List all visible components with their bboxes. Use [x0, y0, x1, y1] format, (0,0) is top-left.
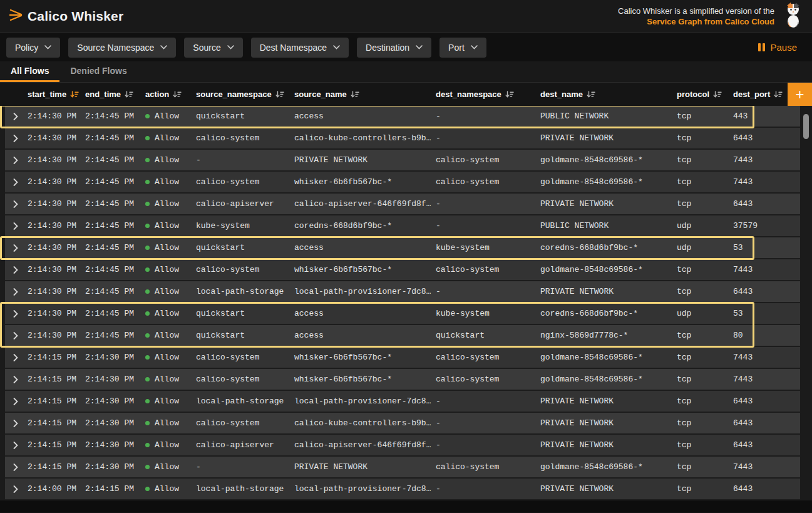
cell-protocol: udp: [672, 309, 728, 318]
cell-source_namespace: quickstart: [191, 111, 289, 121]
cell-dest_port: 7443: [728, 375, 800, 384]
expand-chevron-icon[interactable]: [5, 398, 23, 405]
filter-source-namespace[interactable]: Source Namespace: [68, 38, 176, 58]
allow-status-icon: [145, 355, 150, 360]
expand-chevron-icon[interactable]: [5, 266, 23, 274]
sort-icon[interactable]: [713, 91, 722, 98]
expand-chevron-icon[interactable]: [5, 442, 23, 449]
filter-policy[interactable]: Policy: [6, 38, 60, 58]
flow-row[interactable]: 2:14:30 PM2:14:45 PMAllowcalico-systemwh…: [5, 172, 800, 194]
add-column-button[interactable]: +: [788, 83, 812, 106]
table-body: 2:14:30 PM2:14:45 PMAllowquickstartacces…: [0, 106, 812, 500]
sort-icon[interactable]: [505, 91, 514, 98]
flow-row[interactable]: 2:14:15 PM2:14:30 PMAllow-PRIVATE NETWOR…: [5, 457, 800, 479]
cell-dest_namespace: -: [431, 133, 535, 143]
expand-chevron-icon[interactable]: [5, 113, 23, 120]
expand-chevron-icon[interactable]: [5, 288, 23, 296]
column-label: dest_name: [540, 90, 583, 99]
flow-row[interactable]: 2:14:15 PM2:14:30 PMAllowcalico-apiserve…: [5, 435, 800, 457]
cell-start_time: 2:14:30 PM: [23, 287, 80, 296]
flow-row[interactable]: 2:14:30 PM2:14:45 PMAllowquickstartacces…: [5, 237, 800, 259]
cell-start_time: 2:14:30 PM: [23, 133, 80, 143]
expand-chevron-icon[interactable]: [5, 464, 23, 471]
sort-icon[interactable]: [275, 91, 284, 98]
flow-row[interactable]: 2:14:30 PM2:14:45 PMAllowquickstartacces…: [5, 325, 800, 347]
expand-chevron-icon[interactable]: [5, 485, 23, 493]
expand-chevron-icon[interactable]: [5, 420, 23, 427]
column-header-start_time[interactable]: start_time: [23, 90, 80, 99]
column-header-source_name[interactable]: source_name: [289, 90, 431, 99]
action-label: Allow: [155, 418, 179, 428]
allow-status-icon: [145, 421, 150, 425]
expand-chevron-icon[interactable]: [5, 354, 23, 361]
flow-row[interactable]: 2:14:00 PM2:14:15 PMAllowlocal-path-stor…: [5, 479, 800, 500]
column-header-source_namespace[interactable]: source_namespace: [191, 90, 289, 99]
sort-icon[interactable]: [70, 91, 79, 98]
cell-protocol: udp: [672, 221, 728, 231]
filter-destination[interactable]: Destination: [357, 38, 431, 58]
cell-dest_port: 7443: [728, 265, 800, 274]
flow-row[interactable]: 2:14:30 PM2:14:45 PMAllow-PRIVATE NETWOR…: [5, 150, 800, 172]
column-label: dest_namespace: [436, 90, 501, 99]
flow-row[interactable]: 2:14:30 PM2:14:45 PMAllowcalico-apiserve…: [5, 194, 800, 215]
column-header-dest_name[interactable]: dest_name: [535, 90, 672, 99]
sort-icon[interactable]: [774, 91, 783, 98]
flow-row[interactable]: 2:14:30 PM2:14:45 PMAllowcalico-systemwh…: [5, 259, 800, 281]
sort-icon[interactable]: [587, 91, 595, 98]
vertical-scrollbar-thumb[interactable]: [803, 114, 809, 139]
flow-row[interactable]: 2:14:15 PM2:14:30 PMAllowcalico-systemwh…: [5, 369, 800, 391]
action-label: Allow: [155, 309, 179, 318]
cell-start_time: 2:14:30 PM: [23, 111, 80, 121]
expand-chevron-icon[interactable]: [5, 222, 23, 230]
cell-end_time: 2:14:45 PM: [80, 177, 140, 187]
cell-dest_port: 6443: [728, 418, 800, 428]
flow-row[interactable]: 2:14:15 PM2:14:30 PMAllowcalico-systemca…: [5, 413, 800, 435]
service-graph-link[interactable]: Service Graph from Calico Cloud: [618, 16, 774, 27]
cell-end_time: 2:14:30 PM: [80, 462, 140, 472]
flow-row[interactable]: 2:14:30 PM2:14:45 PMAllowlocal-path-stor…: [5, 281, 800, 303]
cell-source_name: PRIVATE NETWORK: [289, 155, 431, 165]
footer-strip: [0, 500, 812, 512]
sort-icon[interactable]: [125, 91, 133, 98]
column-header-protocol[interactable]: protocol: [672, 90, 728, 99]
cell-dest_port: 443: [728, 111, 800, 121]
tab-all-flows[interactable]: All Flows: [0, 61, 59, 82]
cell-dest_namespace: calico-system: [431, 462, 535, 472]
cell-dest_namespace: -: [431, 484, 535, 494]
flow-row[interactable]: 2:14:30 PM2:14:45 PMAllowkube-systemcore…: [5, 215, 800, 237]
cell-source_namespace: kube-system: [191, 221, 289, 231]
expand-chevron-icon[interactable]: [5, 135, 23, 142]
column-header-action[interactable]: action: [140, 90, 191, 99]
expand-chevron-icon[interactable]: [5, 376, 23, 383]
flow-row[interactable]: 2:14:30 PM2:14:45 PMAllowquickstartacces…: [5, 303, 800, 325]
flow-row[interactable]: 2:14:15 PM2:14:30 PMAllowlocal-path-stor…: [5, 391, 800, 413]
cell-source_namespace: calico-system: [191, 375, 289, 384]
flow-row[interactable]: 2:14:15 PM2:14:30 PMAllowcalico-systemwh…: [5, 347, 800, 369]
cell-source_name: calico-kube-controllers-b9b…: [289, 418, 431, 428]
expand-chevron-icon[interactable]: [5, 310, 23, 318]
filter-port[interactable]: Port: [439, 38, 486, 58]
expand-chevron-icon[interactable]: [5, 244, 23, 252]
pause-button[interactable]: Pause: [758, 42, 797, 53]
cell-dest_namespace: calico-system: [431, 353, 535, 362]
cell-action: Allow: [140, 111, 191, 121]
expand-chevron-icon[interactable]: [5, 200, 23, 208]
filter-dest-namespace[interactable]: Dest Namespace: [251, 38, 349, 58]
cell-dest_namespace: -: [431, 221, 535, 231]
flow-row[interactable]: 2:14:30 PM2:14:45 PMAllowquickstartacces…: [5, 106, 800, 128]
flow-row[interactable]: 2:14:30 PM2:14:45 PMAllowcalico-systemca…: [5, 128, 800, 150]
tab-denied-flows[interactable]: Denied Flows: [59, 61, 137, 82]
cell-dest_namespace: -: [431, 111, 535, 121]
column-header-dest_namespace[interactable]: dest_namespace: [431, 90, 535, 99]
cell-end_time: 2:14:30 PM: [80, 440, 140, 450]
expand-chevron-icon[interactable]: [5, 157, 23, 164]
sort-icon[interactable]: [173, 91, 182, 98]
expand-chevron-icon[interactable]: [5, 332, 23, 339]
cell-dest_name: coredns-668d6bf9bc-*: [535, 309, 672, 318]
filter-source[interactable]: Source: [184, 38, 242, 58]
column-header-end_time[interactable]: end_time: [80, 90, 140, 99]
cell-protocol: tcp: [672, 462, 728, 472]
sort-icon[interactable]: [351, 91, 359, 98]
expand-chevron-icon[interactable]: [5, 179, 23, 186]
cell-source_name: whisker-6b6fb567bc-*: [289, 353, 431, 362]
